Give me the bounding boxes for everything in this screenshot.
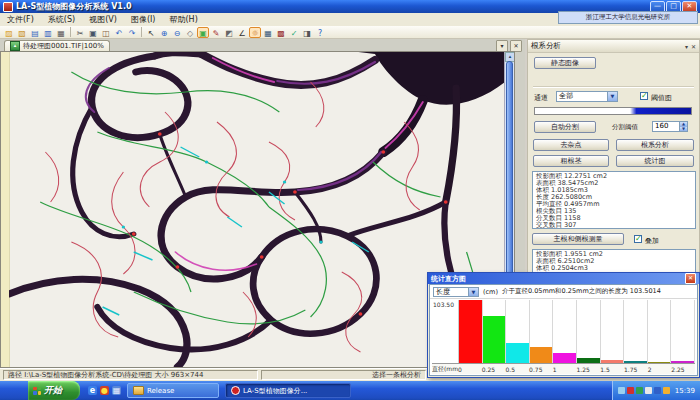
document-tab[interactable]: ▴ 待处理图0001.TIF|100% xyxy=(4,40,110,51)
histogram-bin xyxy=(459,300,483,363)
histogram-bin xyxy=(577,300,601,363)
copy-icon[interactable]: ▣ xyxy=(87,27,99,38)
main-root-measure-button[interactable]: 主根和侧根测量 xyxy=(532,233,624,245)
document-tab-label: 待处理图0001.TIF|100% xyxy=(23,41,104,51)
tray-icon-2[interactable] xyxy=(627,387,634,394)
histogram-title-bar[interactable]: 统计直方图 ✕ xyxy=(428,273,699,284)
tray-icon-6[interactable] xyxy=(663,387,670,394)
media-player-icon[interactable]: ● xyxy=(100,386,109,395)
x-axis-label: 直径(mm) xyxy=(432,365,458,374)
stats-chart-button[interactable]: 统计图 xyxy=(616,155,694,167)
threshold-map-label: 阈值图 xyxy=(651,93,672,103)
unit-label: (cm) xyxy=(483,288,498,296)
x-tick-label: 2.25 xyxy=(671,366,695,373)
histogram-plot: 103.50 xyxy=(432,300,695,363)
tray-icon-5[interactable] xyxy=(654,387,661,394)
metric-value: 长度 xyxy=(434,288,468,296)
image-file-icon: ▴ xyxy=(10,41,20,51)
open-folder-icon[interactable]: ▧ xyxy=(16,27,28,38)
start-label: 开始 xyxy=(44,384,62,397)
windows-flag-icon xyxy=(33,387,41,395)
overlay-checkbox[interactable] xyxy=(634,235,642,243)
folder-icon xyxy=(133,386,144,395)
measure-icon[interactable]: ∠ xyxy=(236,27,248,38)
show-desktop-icon[interactable]: ▦ xyxy=(112,386,121,395)
tray-icon-3[interactable] xyxy=(636,387,643,394)
zoom-out-icon[interactable]: ⊖ xyxy=(171,27,183,38)
toolbar-separator xyxy=(141,27,142,37)
settings-icon[interactable]: ◨ xyxy=(301,27,313,38)
panel-title: 根系分析 xyxy=(531,41,561,51)
static-image-button[interactable]: 静态图像 xyxy=(534,57,596,69)
histogram-bin xyxy=(506,300,530,363)
check-icon[interactable]: ✓ xyxy=(288,27,300,38)
menu-item-2[interactable]: 视图(V) xyxy=(82,13,124,26)
save-icon[interactable]: ▤ xyxy=(29,27,41,38)
help-icon[interactable]: ? xyxy=(314,27,326,38)
grid-icon[interactable]: ▦ xyxy=(262,27,274,38)
tray-icon-1[interactable] xyxy=(618,387,625,394)
histogram-x-axis: 直径(mm) 00.250.50.7511.251.51.7522.25 xyxy=(432,363,695,374)
menu-item-0[interactable]: 文件(F) xyxy=(0,13,41,26)
threshold-map-checkbox[interactable] xyxy=(640,92,648,100)
zoom-in-icon[interactable]: ⊕ xyxy=(158,27,170,38)
overlay-label: 叠加 xyxy=(645,236,659,246)
app-task-icon xyxy=(231,386,240,395)
threshold-spinner[interactable]: 160 ▲ ▼ xyxy=(652,121,688,132)
analyze-icon[interactable]: ☼ xyxy=(249,27,261,38)
undo-icon[interactable]: ↶ xyxy=(113,27,125,38)
chevron-down-icon[interactable]: ▼ xyxy=(468,288,478,296)
start-button[interactable]: 开始 xyxy=(28,381,80,400)
separator xyxy=(533,86,694,88)
task-button-app[interactable]: LA-S型植物图像分... xyxy=(225,383,351,398)
task-label: Release xyxy=(147,387,174,395)
menu-item-1[interactable]: 系统(S) xyxy=(41,13,82,26)
pointer-icon[interactable]: ↖ xyxy=(145,27,157,38)
pan-icon[interactable]: ◇ xyxy=(184,27,196,38)
x-tick-label: 0.5 xyxy=(505,366,529,373)
auto-segment-button[interactable]: 自动分割 xyxy=(534,121,596,133)
histogram-info: 介于直径0.05mm和0.25mm之间的长度为 103.5014 xyxy=(502,287,661,296)
paste-icon[interactable]: ◫ xyxy=(100,27,112,38)
print-icon[interactable]: ▦ xyxy=(55,27,67,38)
channel-select[interactable]: 全部 ▼ xyxy=(556,91,618,102)
task-button-release[interactable]: Release xyxy=(127,383,219,398)
results-all-textarea[interactable]: 投影面积 12.2751 cm2 表面积 38.5475cm2 体积 1.018… xyxy=(532,171,696,229)
internet-explorer-icon[interactable]: e xyxy=(88,386,97,395)
open-icon[interactable]: ▨ xyxy=(3,27,15,38)
histogram-close-icon[interactable]: ✕ xyxy=(685,273,696,284)
chevron-down-icon[interactable]: ▼ xyxy=(607,92,617,101)
app-icon xyxy=(3,2,13,12)
histogram-bin xyxy=(530,300,554,363)
redo-icon[interactable]: ↷ xyxy=(126,27,138,38)
root-analysis-button[interactable]: 根系分析 xyxy=(616,139,694,151)
histogram-window[interactable]: 统计直方图 ✕ 长度 ▼ (cm) 介于直径0.05mm和0.25mm之间的长度… xyxy=(427,272,700,378)
denoise-button[interactable]: 去杂点 xyxy=(533,139,609,151)
threshold-icon[interactable]: ◩ xyxy=(223,27,235,38)
cut-icon[interactable]: ✂ xyxy=(74,27,86,38)
threshold-label: 分割阈值 xyxy=(612,123,638,132)
menu-item-4[interactable]: 帮助(H) xyxy=(163,13,205,26)
histogram-bar xyxy=(530,347,553,363)
histogram-bar xyxy=(553,353,576,363)
tray-icon-4[interactable] xyxy=(645,387,652,394)
toolbar: ▨▧▤▥▦✂▣◫↶↷↖⊕⊖◇▣✎◩∠☼▦▩✓◨? xyxy=(0,26,700,39)
histogram-bin xyxy=(553,300,577,363)
edit-icon[interactable]: ✎ xyxy=(210,27,222,38)
chart-icon[interactable]: ▩ xyxy=(275,27,287,38)
metric-select[interactable]: 长度 ▼ xyxy=(433,287,479,297)
histogram-bin xyxy=(624,300,648,363)
status-hint: 选择一条根分析 xyxy=(261,370,426,380)
coarse-root-button[interactable]: 粗根茎 xyxy=(533,155,609,167)
panel-header[interactable]: 根系分析 ▾ ✕ xyxy=(528,40,699,53)
image-icon[interactable]: ▣ xyxy=(197,27,209,38)
application-window: LA-S型植物图像分析系统 V1.0 — □ ✕ 文件(F)系统(S)视图(V)… xyxy=(0,0,700,400)
threshold-gradient-bar[interactable] xyxy=(534,107,692,115)
menu-item-3[interactable]: 图像(I) xyxy=(124,13,163,26)
save-all-icon[interactable]: ▥ xyxy=(42,27,54,38)
panel-menu-icon[interactable]: ▾ xyxy=(685,43,688,50)
spin-down-icon[interactable]: ▼ xyxy=(679,127,687,132)
threshold-value: 160 xyxy=(653,122,679,131)
status-path: 路径 I:\La-S型植物图像分析系统-CD\待处理图 大小 963×744 xyxy=(3,370,258,380)
panel-close-icon[interactable]: ✕ xyxy=(691,43,696,50)
